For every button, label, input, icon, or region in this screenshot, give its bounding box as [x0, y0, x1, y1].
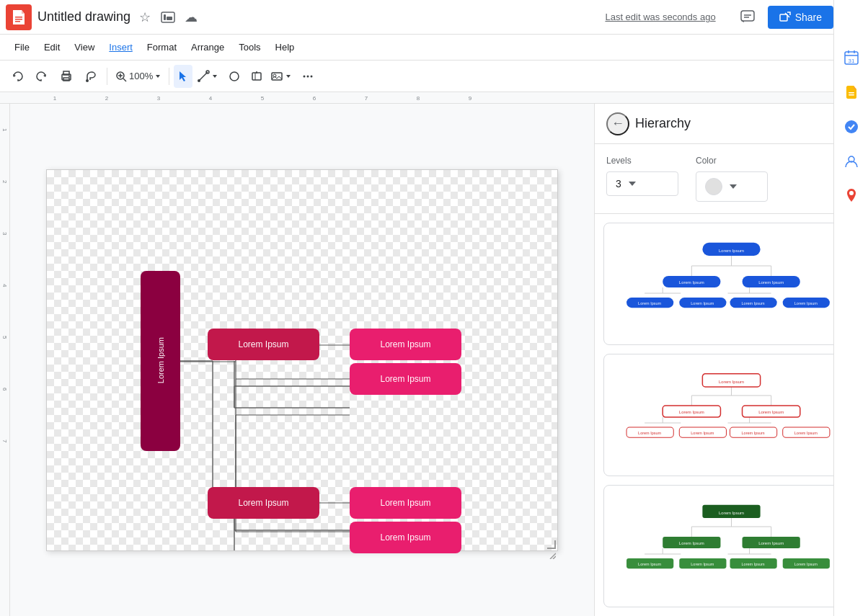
menu-tools[interactable]: Tools	[233, 39, 266, 55]
hierarchy-panel: ← Hierarchy ✕ Levels 3 Color	[594, 104, 868, 616]
svg-point-39	[311, 75, 313, 77]
template-card-green[interactable]: Lorem Ipsum Lorem Ipsum Lorem Ipsum Lore…	[603, 485, 859, 607]
hierarchy-leaf-node-4[interactable]: Lorem Ipsum	[350, 522, 461, 553]
svg-rect-3	[15, 17, 22, 18]
hierarchy-leaf-node-2[interactable]: Lorem Ipsum	[350, 363, 461, 395]
line-tool[interactable]	[194, 65, 221, 88]
ruler-mark: 1	[29, 95, 81, 103]
svg-text:Lorem Ipsum: Lorem Ipsum	[758, 410, 784, 414]
hierarchy-mid-node-2[interactable]: Lorem Ipsum	[208, 487, 319, 519]
mid2-label: Lorem Ipsum	[238, 498, 288, 508]
comment-button[interactable]	[733, 3, 762, 32]
template-diagram-outline: Lorem Ipsum Lorem Ipsum Lorem Ipsum Lore…	[616, 365, 847, 465]
svg-rect-12	[780, 14, 787, 21]
zoom-selector[interactable]: 100%	[112, 65, 164, 88]
redo-button[interactable]	[30, 65, 53, 88]
svg-text:Lorem Ipsum: Lorem Ipsum	[719, 249, 744, 253]
color-selector[interactable]	[696, 171, 768, 202]
svg-text:Lorem Ipsum: Lorem Ipsum	[719, 380, 744, 384]
svg-point-138	[849, 191, 854, 195]
svg-marker-36	[286, 75, 291, 78]
canvas-resize-handle[interactable]	[547, 540, 556, 549]
panel-header: ← Hierarchy ✕	[595, 104, 868, 144]
save-to-drive-icon[interactable]	[159, 9, 177, 26]
ruler-left-mark: 5	[0, 311, 9, 363]
svg-text:31: 31	[848, 58, 854, 64]
hierarchy-mid-node-1[interactable]: Lorem Ipsum	[208, 329, 319, 360]
canvas-area[interactable]: 1 2 3 4 5 6 7	[0, 104, 594, 616]
cloud-save-icon[interactable]: ☁	[182, 9, 200, 26]
panel-controls: Levels 3 Color	[595, 144, 868, 214]
toolbar: 100%	[0, 61, 868, 92]
undo-button[interactable]	[6, 65, 29, 88]
hierarchy-leaf-node-3[interactable]: Lorem Ipsum	[350, 487, 461, 519]
textbox-tool[interactable]	[247, 65, 266, 88]
svg-text:Lorem Ipsum: Lorem Ipsum	[794, 301, 818, 305]
zoom-value: 100%	[129, 71, 153, 81]
google-maps-icon[interactable]	[837, 182, 866, 210]
menu-view[interactable]: View	[68, 39, 100, 55]
hierarchy-leaf-node-1[interactable]: Lorem Ipsum	[350, 329, 461, 360]
paint-format-button[interactable]	[79, 65, 102, 88]
menu-arrange[interactable]: Arrange	[185, 39, 230, 55]
ruler-left: 1 2 3 4 5 6 7	[0, 104, 10, 616]
levels-selector[interactable]: 3	[606, 171, 678, 196]
ruler-mark: 5	[236, 95, 288, 103]
svg-marker-29	[213, 75, 217, 78]
leaf1-label: Lorem Ipsum	[380, 339, 430, 349]
template-diagram-blue: Lorem Ipsum Lorem Ipsum Lorem Ipsum Lore…	[616, 233, 847, 334]
more-tools-button[interactable]	[296, 65, 319, 88]
google-contacts-icon[interactable]	[837, 147, 866, 176]
menu-format[interactable]: Format	[141, 39, 182, 55]
svg-text:Lorem Ipsum: Lorem Ipsum	[719, 511, 744, 515]
share-button[interactable]: Share	[768, 6, 833, 29]
root-label: Lorem Ipsum	[156, 337, 165, 383]
hierarchy-root-node[interactable]: Lorem Ipsum	[141, 271, 180, 451]
svg-line-21	[123, 79, 126, 81]
drawing-canvas[interactable]: Lorem Ipsum Lorem Ipsum Lorem Ipsum Lore…	[46, 169, 558, 551]
svg-rect-17	[63, 78, 69, 81]
ruler-left-mark: 7	[0, 415, 9, 467]
shape-tool[interactable]	[223, 65, 246, 88]
svg-text:Lorem Ipsum: Lorem Ipsum	[742, 562, 766, 566]
template-card-outline[interactable]: Lorem Ipsum Lorem Ipsum Lorem Ipsum Lore…	[603, 354, 859, 476]
menu-insert[interactable]: Insert	[103, 39, 138, 55]
menu-file[interactable]: File	[9, 39, 35, 55]
menu-help[interactable]: Help	[270, 39, 301, 55]
star-icon[interactable]: ☆	[136, 9, 154, 26]
svg-line-60	[553, 556, 556, 559]
svg-point-38	[307, 75, 309, 77]
ruler-left-mark: 3	[0, 207, 9, 259]
doc-action-icons: ☆ ☁	[136, 9, 200, 26]
ruler-top: 1 2 3 4 5 6 7 8 9	[0, 92, 868, 104]
google-keep-icon[interactable]	[837, 78, 866, 107]
svg-marker-62	[730, 184, 737, 189]
template-diagram-green: Lorem Ipsum Lorem Ipsum Lorem Ipsum Lore…	[616, 496, 847, 597]
topbar: Untitled drawing ☆ ☁ Last edit was secon…	[0, 0, 868, 35]
svg-point-136	[845, 120, 858, 133]
menu-edit[interactable]: Edit	[38, 39, 66, 55]
panel-back-button[interactable]: ←	[606, 112, 629, 135]
panel-title: Hierarchy	[635, 116, 833, 131]
right-sidebar: 31	[833, 0, 868, 616]
svg-text:Lorem Ipsum: Lorem Ipsum	[691, 562, 714, 566]
levels-value: 3	[616, 178, 621, 189]
template-card-blue[interactable]: Lorem Ipsum Lorem Ipsum Lorem Ipsum Lore…	[603, 223, 859, 345]
ruler-left-mark: 1	[0, 104, 9, 156]
svg-text:Lorem Ipsum: Lorem Ipsum	[691, 431, 714, 435]
ruler-mark: 9	[444, 95, 496, 103]
svg-text:Lorem Ipsum: Lorem Ipsum	[758, 541, 784, 545]
cursor-tool[interactable]	[174, 65, 192, 88]
google-calendar-icon[interactable]: 31	[837, 43, 866, 72]
print-button[interactable]	[55, 65, 78, 88]
ruler-mark: 4	[185, 95, 236, 103]
color-label: Color	[696, 156, 768, 166]
svg-rect-7	[164, 14, 166, 20]
svg-rect-135	[849, 94, 854, 96]
svg-point-27	[198, 79, 200, 82]
main-content: 1 2 3 4 5 6 7	[0, 104, 868, 616]
svg-text:Lorem Ipsum: Lorem Ipsum	[679, 280, 704, 285]
image-tool[interactable]	[267, 65, 295, 88]
google-tasks-icon[interactable]	[837, 112, 866, 141]
svg-text:Lorem Ipsum: Lorem Ipsum	[638, 562, 662, 566]
